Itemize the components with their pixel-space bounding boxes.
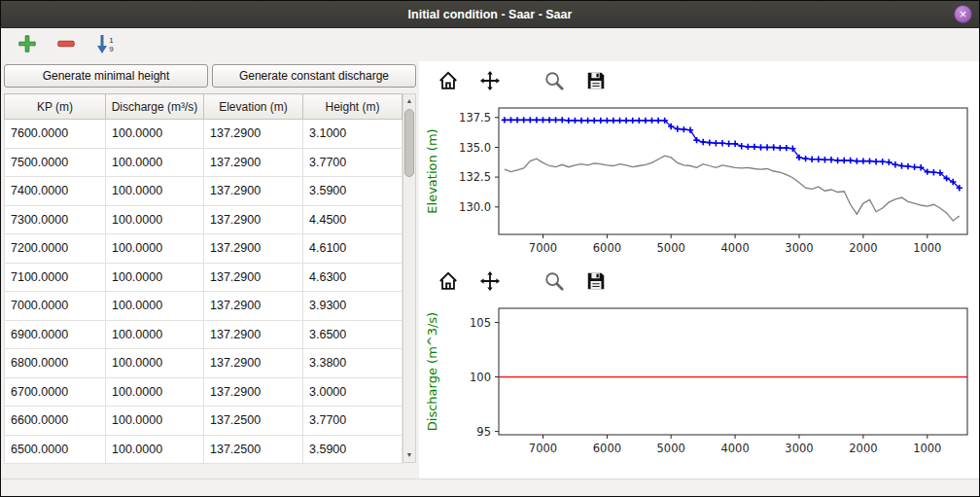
- table-cell[interactable]: 137.2900: [204, 205, 303, 234]
- table-cell[interactable]: 137.2900: [204, 349, 303, 378]
- discharge-chart[interactable]: 700060005000400030002000100095100105Disc…: [421, 301, 977, 464]
- table-cell[interactable]: 4.6100: [303, 234, 402, 264]
- table-cell[interactable]: 6900.0000: [5, 320, 106, 349]
- table-cell[interactable]: 3.1000: [303, 120, 402, 149]
- table-cell[interactable]: 137.2500: [204, 407, 303, 436]
- column-header[interactable]: Height (m): [303, 94, 402, 120]
- table-cell[interactable]: 6600.0000: [5, 407, 106, 436]
- table-cell[interactable]: 100.0000: [106, 177, 204, 206]
- svg-text:2000: 2000: [849, 442, 877, 455]
- table-cell[interactable]: 4.4500: [303, 205, 402, 234]
- table-cell[interactable]: 100.0000: [106, 435, 204, 464]
- remove-row-icon: [56, 34, 76, 56]
- table-cell[interactable]: 7600.0000: [5, 120, 106, 149]
- table-cell[interactable]: 137.2900: [204, 120, 303, 149]
- table-cell[interactable]: 100.0000: [106, 377, 204, 407]
- svg-text:6000: 6000: [593, 241, 621, 255]
- column-header[interactable]: Discharge (m³/s): [106, 94, 204, 120]
- table-cell[interactable]: 100.0000: [106, 292, 204, 321]
- table-row: 6600.0000100.0000137.25003.7700: [5, 407, 402, 436]
- table-row: 6800.0000100.0000137.29003.3800: [5, 349, 402, 378]
- table-cell[interactable]: 3.7700: [303, 407, 402, 436]
- vertical-scrollbar[interactable]: ▲ ▼: [402, 93, 416, 463]
- add-row-icon: [18, 34, 37, 56]
- svg-text:135.0: 135.0: [459, 141, 491, 155]
- table-cell[interactable]: 7200.0000: [5, 234, 106, 264]
- home-button[interactable]: [435, 68, 462, 95]
- home-button[interactable]: [435, 268, 462, 296]
- table-cell[interactable]: 137.2900: [204, 263, 303, 292]
- table-cell[interactable]: 137.2900: [204, 177, 303, 206]
- remove-row-button[interactable]: [53, 32, 79, 57]
- home-icon: [438, 70, 459, 94]
- zoom-button[interactable]: [541, 268, 568, 296]
- svg-text:4000: 4000: [720, 442, 749, 455]
- pan-icon: [479, 70, 501, 94]
- table-cell[interactable]: 100.0000: [106, 234, 204, 264]
- sort-digits: 1 9: [109, 36, 113, 53]
- table-cell[interactable]: 6800.0000: [5, 349, 106, 378]
- save-button[interactable]: [582, 68, 610, 95]
- column-header[interactable]: Elevation (m): [204, 94, 303, 120]
- table-cell[interactable]: 3.6500: [303, 320, 402, 349]
- add-row-button[interactable]: [15, 32, 40, 57]
- table-cell[interactable]: 100.0000: [106, 148, 204, 177]
- generate-minimal-height-button[interactable]: Generate minimal height: [4, 64, 208, 88]
- generate-constant-discharge-button[interactable]: Generate constant discharge: [212, 64, 416, 88]
- table-cell[interactable]: 7300.0000: [5, 205, 106, 234]
- table-cell[interactable]: 7100.0000: [5, 263, 106, 292]
- table-cell[interactable]: 7400.0000: [5, 177, 106, 206]
- scrollbar-thumb[interactable]: [404, 109, 414, 177]
- scrollbar-track[interactable]: [403, 108, 415, 448]
- table-row: 7000.0000100.0000137.29003.9300: [5, 292, 402, 321]
- pan-button[interactable]: [476, 68, 504, 95]
- table-cell[interactable]: 6700.0000: [5, 377, 106, 407]
- table-cell[interactable]: 100.0000: [106, 205, 204, 234]
- table-cell[interactable]: 137.2900: [204, 234, 303, 264]
- table-body: 7600.0000100.0000137.29003.10007500.0000…: [5, 120, 402, 464]
- table-cell[interactable]: 137.2900: [204, 377, 303, 407]
- table-cell[interactable]: 7000.0000: [5, 292, 106, 321]
- table-cell[interactable]: 6500.0000: [5, 435, 106, 464]
- svg-text:7000: 7000: [529, 442, 557, 455]
- zoom-button[interactable]: [541, 68, 568, 95]
- svg-text:6000: 6000: [593, 442, 621, 455]
- table-cell[interactable]: 3.7700: [303, 148, 402, 177]
- table-cell[interactable]: 7500.0000: [5, 148, 106, 177]
- titlebar[interactable]: Initial condition - Saar - Saar ×: [1, 1, 979, 28]
- table-cell[interactable]: 4.6300: [303, 263, 402, 292]
- table-cell[interactable]: 137.2900: [204, 148, 303, 177]
- home-icon: [438, 270, 459, 295]
- table-cell[interactable]: 100.0000: [106, 407, 204, 436]
- table-cell[interactable]: 137.2900: [204, 292, 303, 321]
- scroll-down-arrow-icon[interactable]: ▼: [403, 448, 415, 462]
- table-cell[interactable]: 3.0000: [303, 377, 402, 407]
- table-header-row: KP (m)Discharge (m³/s)Elevation (m)Heigh…: [5, 94, 402, 120]
- table-cell[interactable]: 100.0000: [106, 263, 204, 292]
- column-header[interactable]: KP (m): [5, 94, 106, 120]
- table-cell[interactable]: 3.9300: [303, 292, 402, 321]
- scroll-up-arrow-icon[interactable]: ▲: [403, 94, 415, 108]
- svg-text:3000: 3000: [785, 442, 813, 455]
- svg-text:132.5: 132.5: [459, 170, 491, 184]
- table-area: KP (m)Discharge (m³/s)Elevation (m)Heigh…: [4, 93, 416, 464]
- table-cell[interactable]: 137.2900: [204, 320, 303, 349]
- table-cell[interactable]: 100.0000: [106, 120, 204, 149]
- table-cell[interactable]: 100.0000: [106, 349, 204, 378]
- svg-text:1000: 1000: [913, 442, 941, 455]
- elevation-chart[interactable]: 7000600050004000300020001000130.0132.513…: [421, 100, 977, 264]
- save-button[interactable]: [582, 268, 610, 296]
- close-button[interactable]: ×: [954, 5, 972, 23]
- table-cell[interactable]: 3.5900: [303, 177, 402, 206]
- sort-rows-button[interactable]: 1 9: [92, 32, 118, 57]
- table-row: 7600.0000100.0000137.29003.1000: [5, 120, 402, 149]
- table-cell[interactable]: 3.3800: [303, 349, 402, 378]
- save-icon: [585, 270, 607, 295]
- table-cell[interactable]: 100.0000: [106, 320, 204, 349]
- window-title: Initial condition - Saar - Saar: [408, 8, 573, 21]
- pan-button[interactable]: [476, 268, 504, 296]
- svg-text:Discharge (m^3/s): Discharge (m^3/s): [425, 312, 439, 431]
- sort-rows-icon: [96, 33, 108, 57]
- table-cell[interactable]: 137.2500: [204, 435, 303, 464]
- table-cell[interactable]: 3.5900: [303, 435, 402, 464]
